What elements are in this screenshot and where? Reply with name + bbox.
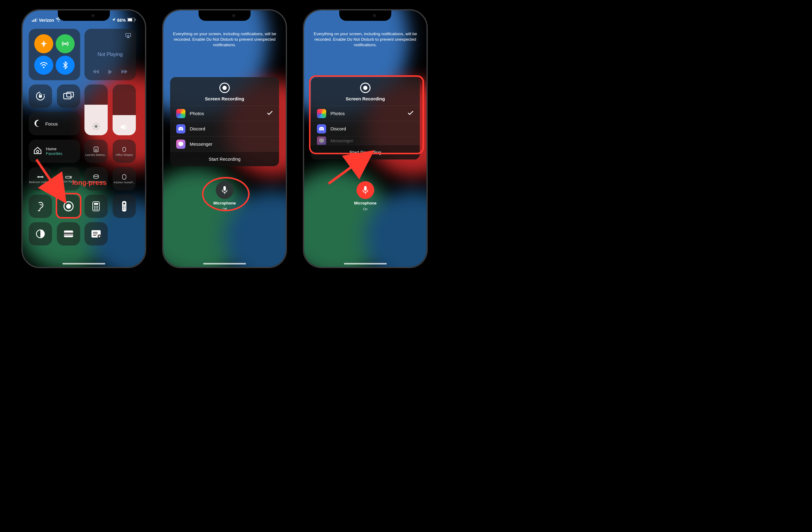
favorites-label: Favorites	[46, 151, 62, 156]
hearing-button[interactable]	[29, 195, 52, 218]
cellular-data-button[interactable]	[56, 34, 75, 53]
svg-point-49	[123, 206, 124, 206]
check-icon	[267, 111, 273, 116]
bedroom-tile[interactable]: Bedroom Ceiling...	[29, 167, 52, 190]
battery-icon	[127, 18, 136, 23]
start-recording-button[interactable]: Start Recording	[311, 145, 420, 159]
laundry-tile[interactable]: Laundry Battery...	[85, 140, 108, 163]
svg-point-32	[93, 175, 99, 177]
option-label: Messenger	[190, 141, 212, 147]
orientation-lock-button[interactable]	[29, 85, 52, 108]
microphone-toggle[interactable]: Microphone On	[354, 181, 377, 211]
app-option-messenger[interactable]: Messenger	[311, 136, 420, 145]
microphone-icon	[221, 186, 228, 195]
range-label: Kitchen Range...	[58, 180, 79, 183]
microphone-toggle[interactable]: Microphone Off	[213, 181, 236, 211]
svg-point-70	[322, 128, 323, 129]
svg-point-51	[123, 207, 124, 208]
svg-point-8	[64, 43, 66, 45]
svg-point-23	[37, 150, 39, 153]
brightness-slider[interactable]	[85, 85, 108, 135]
svg-rect-6	[128, 18, 132, 21]
laundry-label: Laundry Battery...	[85, 153, 107, 156]
svg-rect-3	[37, 18, 37, 22]
connectivity-tile[interactable]	[29, 29, 80, 80]
discord-icon	[176, 124, 185, 133]
range-tile[interactable]: Kitchen Range...	[57, 167, 80, 190]
moon-icon	[34, 119, 42, 128]
discord-icon	[317, 124, 326, 133]
now-playing-tile[interactable]: Not Playing	[85, 29, 136, 80]
homepod-tile[interactable]: Kitchen HomeP...	[113, 167, 136, 190]
location-icon	[112, 18, 116, 23]
svg-rect-11	[39, 95, 42, 98]
svg-point-48	[123, 203, 126, 205]
app-option-discord[interactable]: Discord	[311, 121, 420, 136]
svg-point-50	[125, 206, 126, 206]
start-recording-button[interactable]: Start Recording	[170, 152, 279, 166]
microphone-icon	[362, 186, 369, 195]
svg-point-44	[94, 209, 95, 210]
dark-mode-button[interactable]	[29, 222, 52, 245]
rewind-icon[interactable]	[93, 69, 99, 76]
svg-point-14	[95, 125, 98, 128]
screen-recording-card: Screen Recording Photos Discord Messenge…	[170, 77, 279, 166]
home-indicator[interactable]	[344, 263, 387, 264]
svg-point-66	[181, 128, 182, 129]
app-option-photos[interactable]: Photos	[311, 105, 420, 121]
app-option-messenger[interactable]: Messenger	[170, 136, 279, 152]
home-indicator[interactable]	[62, 263, 105, 264]
svg-point-52	[125, 207, 126, 208]
sun-icon	[92, 123, 100, 132]
airplane-mode-button[interactable]	[34, 34, 53, 53]
screen-recording-card: Screen Recording Photos Discord Messenge…	[311, 77, 420, 159]
svg-rect-12	[64, 94, 71, 99]
svg-line-19	[93, 124, 94, 125]
svg-point-65	[179, 128, 180, 129]
forward-icon[interactable]	[121, 69, 128, 76]
svg-point-54	[125, 209, 126, 210]
app-option-photos[interactable]: Photos	[170, 105, 279, 121]
calculator-button[interactable]	[85, 195, 108, 218]
svg-rect-57	[64, 233, 73, 234]
carrier-label: Verizon	[39, 18, 54, 23]
svg-rect-37	[94, 203, 98, 205]
microphone-state: Off	[222, 207, 227, 211]
focus-label: Focus	[45, 121, 58, 126]
cans-label: Kitchen Cans	[88, 180, 104, 183]
speaker-icon	[120, 124, 128, 132]
svg-point-69	[320, 128, 321, 129]
remote-button[interactable]	[113, 195, 136, 218]
svg-point-53	[123, 209, 124, 210]
app-option-discord[interactable]: Discord	[170, 121, 279, 136]
wifi-button[interactable]	[34, 56, 53, 75]
microphone-state: On	[363, 207, 368, 211]
messenger-icon	[176, 140, 185, 149]
home-indicator[interactable]	[203, 263, 246, 264]
battery-percent: 66%	[117, 18, 126, 23]
svg-point-41	[94, 207, 95, 209]
cans-tile[interactable]: Kitchen Cans	[85, 167, 108, 190]
quick-note-button[interactable]	[85, 222, 108, 245]
svg-point-31	[70, 177, 71, 178]
bedroom-label: Bedroom Ceiling...	[29, 181, 52, 184]
phone-2-recording-sheet: Everything on your screen, including not…	[162, 9, 287, 268]
signal-icon	[32, 18, 37, 23]
svg-point-25	[95, 149, 97, 151]
screen-mirroring-button[interactable]	[57, 85, 80, 108]
focus-button[interactable]: Focus	[29, 112, 80, 135]
bluetooth-button[interactable]	[56, 56, 75, 75]
screen-record-button[interactable]	[57, 195, 80, 218]
play-icon[interactable]	[108, 69, 113, 76]
svg-point-46	[97, 209, 98, 210]
home-label: Home	[46, 147, 62, 151]
svg-rect-0	[32, 20, 33, 22]
office-tile[interactable]: Office Shapes	[113, 140, 136, 163]
home-tile[interactable]: HomeFavorites	[29, 140, 80, 163]
airplay-icon	[125, 34, 132, 40]
wallet-button[interactable]	[57, 222, 80, 245]
svg-point-9	[43, 67, 45, 68]
volume-slider[interactable]	[113, 85, 136, 135]
svg-rect-71	[364, 186, 366, 191]
svg-line-22	[98, 124, 99, 125]
